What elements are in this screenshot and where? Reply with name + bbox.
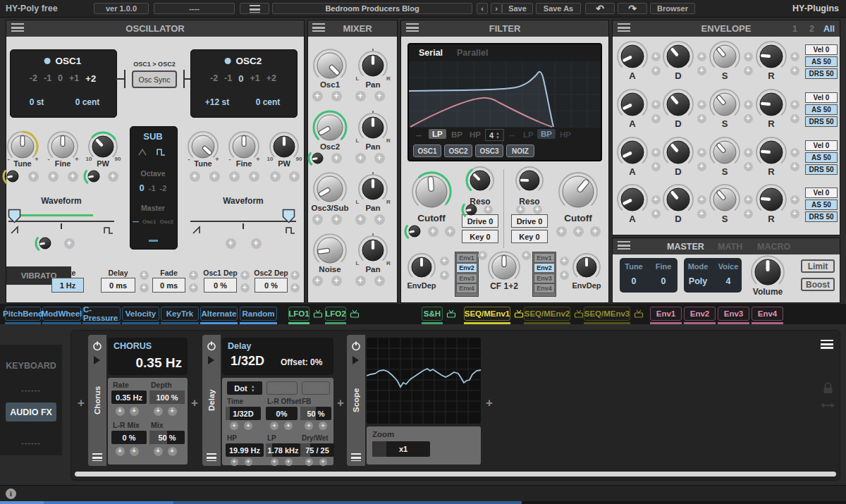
delay-hp-field[interactable]: 19.99 Hz [226,443,264,457]
scope-menu-icon[interactable] [351,453,361,461]
vibrato-fade-field[interactable]: 0 ms [152,278,185,293]
mixer-menu-icon[interactable] [312,23,325,32]
envelope-plus-button[interactable]: + [744,66,753,75]
delay-time-field[interactable]: 1/32D [226,407,261,420]
filter-input-osc1-button[interactable]: OSC1 [413,145,441,157]
filter2-plus-button[interactable]: + [573,226,584,237]
vibrato-plus-button[interactable]: + [240,283,250,293]
filter1-cutoff-knob[interactable] [410,170,453,214]
chorus-plus-button[interactable]: + [168,447,177,456]
filter-input-osc2-button[interactable]: OSC2 [444,145,472,157]
chorus-plus-button[interactable]: + [154,447,163,456]
chorus-plus-button[interactable]: + [130,407,139,416]
mod-display-icon[interactable] [313,308,323,316]
osc1-octave-option[interactable]: +1 [69,73,79,84]
mixer-mod-plus-button[interactable]: + [355,91,366,102]
oscillator-menu-icon[interactable] [11,23,24,32]
mod-display-icon[interactable] [350,308,360,316]
delay-xfb-button[interactable]: XFB [302,381,330,395]
filter1-type-lp[interactable]: LP [429,129,446,139]
sub-triangle-wave-icon[interactable] [138,148,147,156]
envelope4-r-knob[interactable] [754,182,789,217]
osc2-pw-knob[interactable] [267,130,301,164]
mixer-mod-plus-button[interactable]: + [374,214,385,225]
osc1-semi[interactable]: 0 st [30,97,44,107]
filter1-env-option-env2[interactable]: Env2 [456,263,477,273]
filter2-env-option-env4[interactable]: Env4 [534,283,555,293]
envelope1-vel-field[interactable]: Vel 0 [805,44,838,55]
osc2-mod-plus-button[interactable]: + [270,171,281,182]
master-tab-macro[interactable]: MACRO [757,242,790,252]
delay-ppong-button[interactable]: PPong [266,381,298,395]
envelope2-r-knob[interactable] [754,87,789,122]
filter-response-graph[interactable] [409,61,601,128]
scope-power-button[interactable] [351,341,361,351]
filter-envdep-plus-button[interactable]: + [560,271,569,280]
osc1-octave-selector[interactable]: -2-10+1+2 [30,73,96,84]
osc1-octave-option[interactable]: 0 [58,73,63,84]
vibrato-osc1-dep-field[interactable]: 0 % [204,278,237,293]
envelope-tab-2[interactable]: 2 [809,24,814,34]
filter1-type-hp[interactable]: HP [470,130,481,139]
filter1-env-option-env4[interactable]: Env4 [456,283,477,293]
mixer-mod-plus-button[interactable]: + [355,214,366,225]
mixer-mod-plus-button[interactable]: + [355,153,366,164]
filter2-reso-knob[interactable] [513,164,546,197]
mixer-mod-plus-button[interactable]: + [312,276,323,286]
sub-master-option[interactable]: Osc1 [142,219,157,225]
osc2-mod-plus-button[interactable]: + [289,171,300,182]
osc1-cent[interactable]: 0 cent [75,97,100,107]
mod-source-lfo2[interactable]: LFO2 [325,307,346,321]
mixer-mod-plus-button[interactable]: + [331,276,342,286]
next-preset-button[interactable]: › [491,3,502,14]
envelope-plus-button[interactable]: + [697,209,706,219]
osc2-mod-plus-button[interactable]: + [229,171,240,182]
mod-source-random[interactable]: Random [240,307,277,321]
envelope2-vel-field[interactable]: Vel 0 [805,92,838,103]
envelope3-as-field[interactable]: AS 50 [805,152,838,163]
redo-button[interactable]: ↷ [618,3,647,14]
envelope-plus-button[interactable]: + [744,52,753,61]
osc2-octave-option[interactable]: -1 [224,73,232,84]
envelope-plus-button[interactable]: + [790,195,799,204]
sub-master-option[interactable]: Osc2 [160,219,174,225]
envelope2-d-knob[interactable] [661,87,696,122]
filter-routing-serial-tab[interactable]: Serial [419,48,443,58]
mod-source-keytrk[interactable]: KeyTrk [161,307,199,321]
filter1-key-field[interactable]: Key 0 [462,230,498,243]
osc1-waveform-handle[interactable] [8,209,21,223]
envelope2-s-knob[interactable] [707,87,742,122]
osc1-octave-option[interactable]: +2 [85,73,96,84]
filter1-plus-button[interactable]: + [428,226,439,237]
master-fine-value[interactable]: 0 [661,276,666,286]
mod-source-seq-menv3[interactable]: SEQ/MEnv3 [584,307,630,321]
osc2-octave-option[interactable]: -2 [210,73,218,84]
mod-source-pitchbend[interactable]: PitchBend [5,307,41,321]
osc1-waveform-track[interactable] [8,221,114,222]
save-button[interactable]: Save [502,3,533,14]
envelope1-drs-field[interactable]: DRS 50 [805,68,838,79]
envelope4-as-field[interactable]: AS 50 [805,199,838,210]
mixer-osc3-sub-pan-knob[interactable] [356,172,390,206]
delay-plus-button[interactable]: + [271,458,278,466]
envelope-plus-button[interactable]: + [697,114,706,123]
master-volume-knob[interactable] [749,253,787,291]
envelope-plus-button[interactable]: + [744,100,753,109]
osc2-waveform-track[interactable] [190,221,296,222]
preset-name-box[interactable]: Bedroom Producers Blog [272,3,472,14]
envelope-plus-button[interactable]: + [651,100,661,109]
master-tab-math[interactable]: MATH [718,242,742,252]
envelope-plus-button[interactable]: + [697,148,706,157]
titlebar-menu-button[interactable] [240,3,269,14]
filter-envdep-plus-button[interactable]: + [440,257,449,266]
mod-source-lfo1[interactable]: LFO1 [288,307,309,321]
delay-l-r-offset-field[interactable]: 0% [266,407,298,420]
filter2-type-lp[interactable]: LP [523,130,534,139]
filter1-slope-spinner[interactable]: 4 ▲▼ [485,129,504,141]
envelope3-s-knob[interactable] [707,135,742,170]
envelope1-d-knob[interactable] [661,39,696,74]
fx-add-slot-button[interactable]: + [191,396,198,410]
delay-plus-button[interactable]: + [285,458,293,466]
fx-scrollbar[interactable] [75,472,836,477]
fx-rack-menu-icon[interactable] [821,340,833,349]
